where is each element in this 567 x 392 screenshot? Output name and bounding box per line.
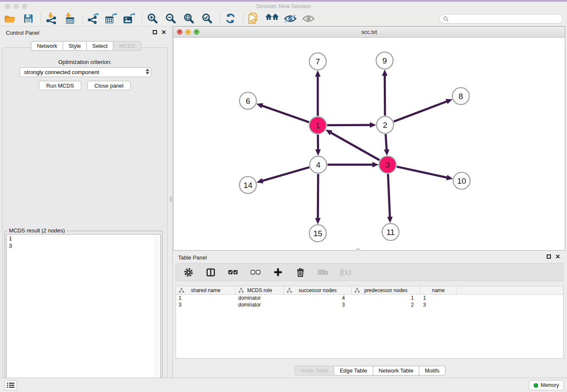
column-browser-button[interactable] [205,267,216,278]
zoom-out-icon [165,13,176,24]
graph-edge-2-8[interactable] [394,101,448,121]
graph-edge-3-1[interactable] [330,132,380,160]
float-panel-icon[interactable] [153,30,157,34]
apply-function-button[interactable]: f(x) [340,267,351,278]
table-cell[interactable]: dominator [236,301,284,308]
column-header-successor-nodes[interactable]: successor nodes [284,286,352,294]
add-row-button[interactable] [272,267,284,278]
mcds-result-box: MCDS result (2 nodes) 1 3 [5,231,162,389]
list-icon [7,382,14,388]
import-network-button[interactable] [45,12,58,25]
search-input[interactable] [451,16,559,22]
graph-edge-1-6[interactable] [261,105,309,122]
select-all-checkboxes-button[interactable] [228,267,239,278]
import-table-button[interactable] [63,12,76,25]
mcds-panel: Optimization criterion: strongly connect… [2,47,168,392]
control-panel-title: Control Panel [6,30,39,36]
refresh-icon [225,13,236,24]
search-box[interactable] [439,14,563,24]
table-tabbar: Node TableEdge TableNetwork TableMotifs [173,366,567,375]
task-history-button[interactable] [4,380,17,390]
graph-edge-4-15[interactable] [318,174,318,219]
table-settings-button[interactable] [183,267,194,278]
table-cell[interactable]: 1 [176,295,236,301]
network-window-titlebar[interactable]: ✕ − + scc.txt [173,27,565,38]
graph-edge-3-10[interactable] [396,167,448,178]
table-row[interactable]: 1dominator411 [176,295,563,301]
tab-edge-table[interactable]: Edge Table [334,366,373,375]
float-table-panel-icon[interactable] [547,254,551,259]
table-panel-title: Table Panel [178,254,207,261]
new-network-from-selection-button[interactable] [247,12,260,25]
tab-style[interactable]: Style [63,41,87,51]
tab-mcds[interactable]: MCDS [113,41,141,51]
tab-node-table[interactable]: Node Table [295,366,334,375]
run-mcds-button[interactable]: Run MCDS [39,81,81,90]
eye-slash-icon [284,14,297,23]
trash-icon [297,268,304,277]
graph-edge-arrowhead [387,217,393,223]
tab-network[interactable]: Network [31,41,63,51]
tab-select[interactable]: Select [87,41,113,51]
table-cell[interactable]: 1 [421,295,457,301]
export-network-button[interactable] [86,12,99,25]
export-table-button[interactable] [105,12,118,25]
table-cell[interactable]: 3 [284,301,352,308]
table-cell[interactable]: 4 [284,295,352,301]
delete-table-button[interactable] [317,267,328,278]
tab-motifs[interactable]: Motifs [419,366,446,375]
close-table-panel-icon[interactable]: ✕ [555,254,560,259]
delete-row-button[interactable] [295,267,306,278]
column-header-predecessor-nodes[interactable]: predecessor nodes [352,286,421,294]
tab-network-table[interactable]: Network Table [373,366,419,375]
close-panel-button[interactable]: Close panel [87,81,131,90]
hide-selected-button[interactable] [284,12,297,25]
graph-node-label: 15 [313,229,322,238]
unselect-all-checkboxes-button[interactable] [250,267,261,278]
graph-edge-arrowhead [370,122,376,128]
control-panel: Control Panel ✕ NetworkStyleSelectMCDS O… [0,26,173,378]
first-neighbors-button[interactable] [265,12,278,25]
optimization-criterion-select[interactable]: strongly connected component [19,67,151,77]
refresh-network-button[interactable] [224,12,237,25]
table-cell[interactable]: 3 [176,301,236,308]
memory-button[interactable]: Memory [529,380,564,390]
export-image-button[interactable] [123,12,136,25]
save-session-button[interactable] [22,12,35,25]
graph-node-label: 7 [316,57,320,66]
result-scrollbar[interactable] [155,235,160,387]
network-graph[interactable]: 1234678910111415 [173,38,565,250]
graph-edge-4-14[interactable] [261,167,309,181]
open-session-button[interactable] [3,12,17,25]
show-all-button[interactable] [302,12,315,25]
zoom-out-button[interactable] [164,12,177,25]
zoom-selected-button[interactable] [201,12,214,25]
toolbar-separator [243,13,243,24]
plus-icon [274,268,282,276]
graph-edge-1-2[interactable] [327,125,371,125]
fx-icon: f(x) [340,268,351,277]
mcds-result-text[interactable]: 1 3 [6,234,161,387]
table-cell[interactable]: 3 [421,301,457,308]
graph-edge-2-9[interactable] [385,75,385,116]
graph-edge-arrowhead [256,103,263,108]
network-canvas[interactable]: 1234678910111415 [173,38,565,250]
table-header-row: shared nameMCDS rolesuccessor nodesprede… [176,286,563,295]
zoom-in-button[interactable] [146,12,159,25]
panel-splitter-grip[interactable] [170,196,172,202]
toolbar-separator [220,13,220,24]
network-view-window: ✕ − + scc.txt 1234678910111415 [173,26,565,251]
graph-edge-2-3[interactable] [385,134,386,151]
zoom-fit-button[interactable] [182,12,195,25]
column-header-name[interactable]: name [421,286,457,294]
table-cell[interactable]: dominator [236,295,284,301]
table-cell[interactable]: 2 [352,301,421,308]
close-panel-icon[interactable]: ✕ [161,30,166,34]
import-table-icon [64,13,76,24]
clone-network-icon [248,13,259,24]
column-header-MCDS-role[interactable]: MCDS role [236,286,284,294]
graph-edge-3-11[interactable] [388,174,390,218]
column-header-shared-name[interactable]: shared name [176,286,236,294]
table-cell[interactable]: 1 [352,295,421,301]
table-row[interactable]: 3dominator323 [176,301,563,308]
